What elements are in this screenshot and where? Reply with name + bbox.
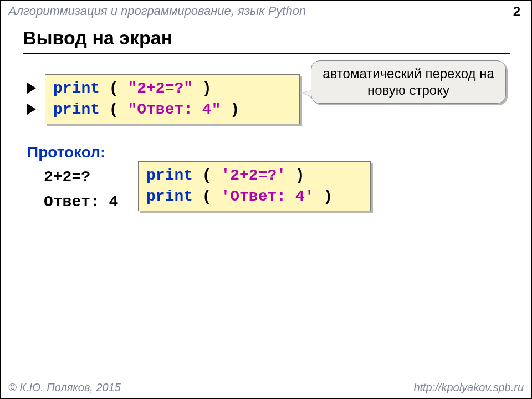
footer-copyright: © К.Ю. Поляков, 2015 xyxy=(8,381,121,394)
code-line: print ( "Ответ: 4" ) xyxy=(53,99,291,120)
code-line: print ( '2+2=?' ) xyxy=(146,165,362,186)
string-literal: "2+2=?" xyxy=(127,80,193,97)
subject-text: Алгоритмизация и программирование, язык … xyxy=(8,4,306,18)
title-underline xyxy=(23,53,510,54)
keyword: print xyxy=(53,80,100,97)
keyword: print xyxy=(146,188,193,205)
triangle-icon xyxy=(27,104,36,115)
code-text: ) xyxy=(221,101,239,118)
code-text: ( xyxy=(193,188,221,205)
code-text: ( xyxy=(100,80,127,97)
keyword: print xyxy=(53,101,100,118)
page-number: 2 xyxy=(513,4,520,19)
code-box-2: print ( '2+2=?' ) print ( 'Ответ: 4' ) xyxy=(138,161,371,211)
keyword: print xyxy=(146,167,193,184)
bullet-markers xyxy=(27,83,36,125)
protocol-output-line: Ответ: 4 xyxy=(44,193,118,211)
code-box-1: print ( "2+2=?" ) print ( "Ответ: 4" ) xyxy=(45,74,300,124)
code-text: ( xyxy=(193,167,221,184)
code-text: ( xyxy=(100,101,127,118)
protocol-output-line: 2+2=? xyxy=(44,168,90,186)
protocol-label: Протокол: xyxy=(27,144,105,161)
code-line: print ( "2+2=?" ) xyxy=(53,78,291,99)
code-line: print ( 'Ответ: 4' ) xyxy=(146,186,362,207)
callout-bubble: автоматический переход на новую строку xyxy=(311,60,506,104)
string-literal: '2+2=?' xyxy=(221,167,286,184)
code-text: ) xyxy=(193,80,212,97)
triangle-icon xyxy=(27,83,36,94)
slide-title: Вывод на экран xyxy=(23,27,172,49)
footer-url: http://kpolyakov.spb.ru xyxy=(413,381,524,394)
code-text: ) xyxy=(314,188,332,205)
code-text: ) xyxy=(286,167,305,184)
string-literal: "Ответ: 4" xyxy=(127,101,221,118)
string-literal: 'Ответ: 4' xyxy=(221,188,314,205)
slide: Алгоритмизация и программирование, язык … xyxy=(0,0,532,399)
